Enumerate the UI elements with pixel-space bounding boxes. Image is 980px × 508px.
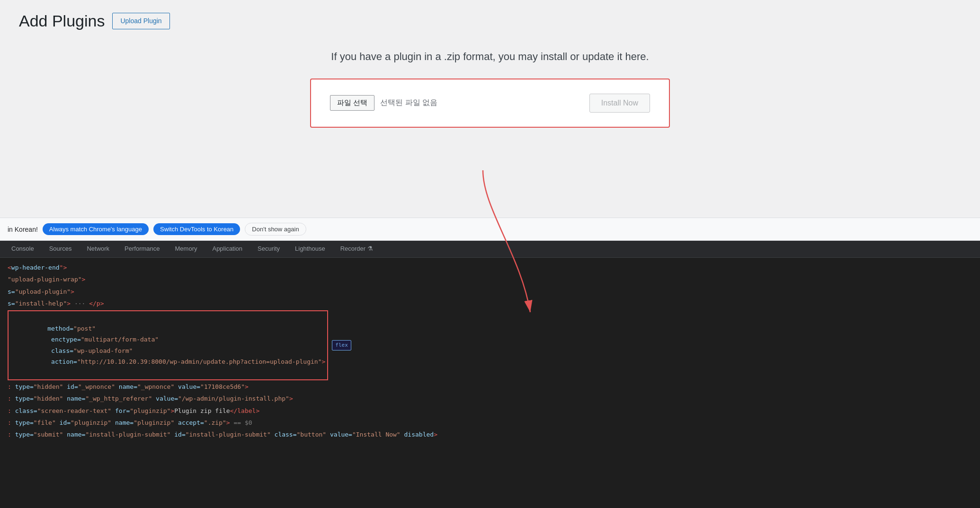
code-line-1: <wp-header-end"> [0,262,980,273]
devtools-tabs: Console Sources Network Performance Memo… [0,241,980,258]
tab-performance[interactable]: Performance [117,241,167,257]
code-line-9: : type="file" id="pluginzip" name="plugi… [0,417,980,429]
file-input-area: 파일 선택 선택된 파일 없음 [330,95,437,111]
tab-recorder[interactable]: Recorder ⚗ [333,241,381,257]
upload-description: If you have a plugin in a .zip format, y… [19,50,961,64]
tab-memory[interactable]: Memory [168,241,205,257]
install-now-button[interactable]: Install Now [589,94,650,113]
page-title: Add Plugins [19,11,105,31]
always-match-language-button[interactable]: Always match Chrome's language [43,223,149,235]
dont-show-again-button[interactable]: Don't show again [245,223,306,236]
upload-form-container: 파일 선택 선택된 파일 없음 Install Now [310,79,670,128]
code-line-7: : type="hidden" name="_wp_http_referer" … [0,393,980,404]
upload-plugin-button[interactable]: Upload Plugin [112,13,169,29]
tab-security[interactable]: Security [250,241,287,257]
switch-devtools-language-button[interactable]: Switch DevTools to Korean [153,223,240,235]
tab-sources[interactable]: Sources [42,241,80,257]
language-bar: in Korean! Always match Chrome's languag… [0,218,980,241]
wp-admin-area: Add Plugins Upload Plugin If you have a … [0,0,980,218]
code-line-2: "upload-plugin-wrap"> [0,273,980,285]
tab-lighthouse[interactable]: Lighthouse [287,241,333,257]
code-line-10: : type="submit" name="install-plugin-sub… [0,429,980,440]
tab-console[interactable]: Console [4,241,42,257]
tab-network[interactable]: Network [79,241,117,257]
flex-badge: flex [332,340,351,350]
page-header: Add Plugins Upload Plugin [19,11,961,31]
file-select-button[interactable]: 파일 선택 [330,95,374,111]
code-line-4: s="install-help"> ··· </p> [0,298,980,309]
tab-application[interactable]: Application [205,241,250,257]
code-line-8: : class="screen-reader-text" for="plugin… [0,405,980,417]
code-line-3: s="upload-plugin"> [0,286,980,298]
devtools-code-panel[interactable]: <wp-header-end"> "upload-plugin-wrap"> s… [0,258,980,508]
code-line-6: : type="hidden" id="_wpnonce" name="_wpn… [0,381,980,393]
devtools-panel: in Korean! Always match Chrome's languag… [0,218,980,508]
no-file-label: 선택된 파일 없음 [380,98,437,108]
language-prompt-text: in Korean! [8,226,38,233]
code-line-5-highlighted: method="post" enctype="multipart/form-da… [0,310,980,381]
